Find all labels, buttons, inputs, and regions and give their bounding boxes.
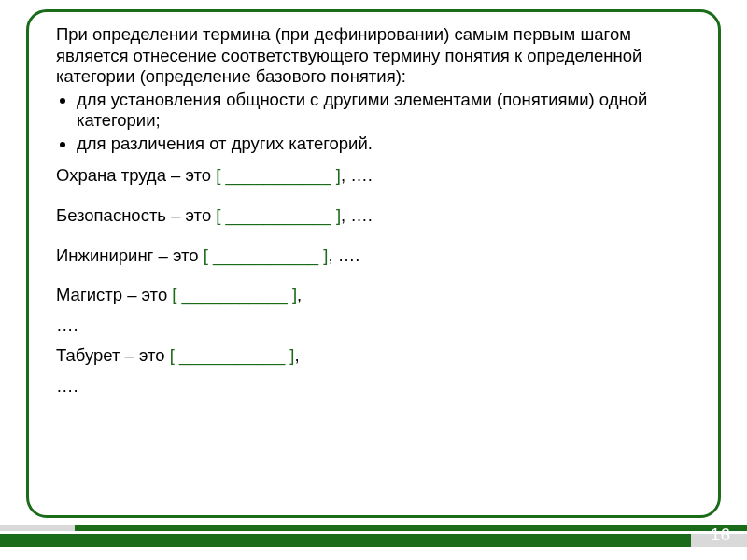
slide-content: При определении термина (при дефинирован… <box>56 24 700 399</box>
bracket-close: ] <box>288 285 297 304</box>
bracket-open: [ <box>172 285 181 304</box>
ellipsis-line: …. <box>56 376 700 398</box>
bracket-open: [ <box>170 345 179 365</box>
example-tail: , …. <box>341 165 373 185</box>
bracket-close: ] <box>318 245 328 265</box>
bracket-close: ] <box>285 345 294 365</box>
blank-fill: ___________ <box>182 285 288 304</box>
example-line: Табурет – это [ ___________ ], <box>56 345 700 367</box>
blank-fill: ___________ <box>226 205 331 225</box>
dash: – это <box>153 245 203 265</box>
example-label: Магистр <box>56 285 122 304</box>
blank-fill: ___________ <box>226 165 331 185</box>
bracket-close: ] <box>331 205 341 225</box>
footer-stripe-green <box>0 534 691 547</box>
bullet-item: для различения от других категорий. <box>77 133 700 155</box>
example-line: Магистр – это [ ___________ ], <box>56 285 700 306</box>
bracket-close: ] <box>331 165 341 185</box>
bracket-open: [ <box>216 205 225 225</box>
bracket-open: [ <box>216 165 225 185</box>
example-line: Охрана труда – это [ ___________ ], …. <box>56 165 700 187</box>
blank-fill: ___________ <box>179 345 285 365</box>
dash: – это <box>122 285 172 304</box>
example-label: Безопасность <box>56 205 166 225</box>
ellipsis-line: …. <box>56 315 700 337</box>
example-label: Охрана труда <box>56 165 166 185</box>
intro-paragraph: При определении термина (при дефинирован… <box>56 24 700 88</box>
example-label: Инжиниринг <box>56 245 153 265</box>
dash: – это <box>120 345 169 365</box>
example-tail: , <box>297 285 302 304</box>
dash: – это <box>166 205 216 225</box>
example-tail: , …. <box>341 205 373 225</box>
example-label: Табурет <box>56 345 120 365</box>
footer-stripe-thin <box>0 525 747 531</box>
page-number: 16 <box>711 525 730 545</box>
bullet-list: для установления общности с другими элем… <box>56 90 700 155</box>
example-line: Безопасность – это [ ___________ ], …. <box>56 205 700 227</box>
bracket-open: [ <box>204 245 213 265</box>
dash: – это <box>166 165 216 185</box>
example-tail: , …. <box>328 245 359 265</box>
example-tail: , <box>294 345 299 365</box>
slide: При определении термина (при дефинирован… <box>0 0 747 560</box>
bullet-item: для установления общности с другими элем… <box>77 90 700 132</box>
blank-fill: ___________ <box>213 245 318 265</box>
example-line: Инжиниринг – это [ ___________ ], …. <box>56 245 700 267</box>
footer-stripes <box>0 525 747 547</box>
footer-stripe-thick <box>0 534 747 547</box>
